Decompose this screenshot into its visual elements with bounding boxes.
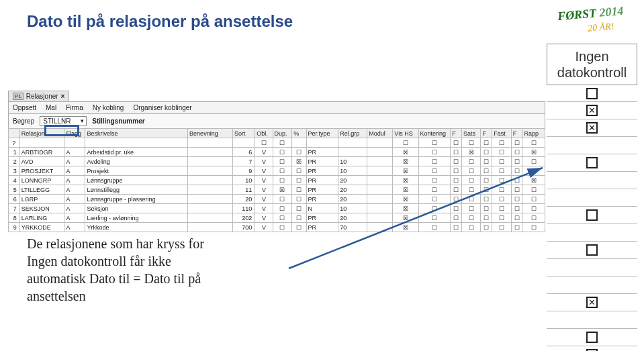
filter-cell[interactable] <box>64 138 85 148</box>
column-header[interactable]: Rapp <box>522 129 545 138</box>
table-row[interactable]: 6LGRPALønnsgruppe - plassering20V☐☐PR20☒… <box>9 195 545 204</box>
cell-kont: ☐ <box>418 176 451 185</box>
column-header[interactable]: Kontering <box>418 129 451 138</box>
table-row[interactable]: 4LONNGRPALønnsgruppe10V☐☐PR20☒☐☐☐☐☐☐☒ <box>9 176 545 185</box>
filter-cell[interactable] <box>19 138 64 148</box>
filter-cell[interactable] <box>338 138 367 148</box>
right-row <box>547 329 637 346</box>
column-header[interactable]: F <box>481 129 492 138</box>
filter-cell[interactable] <box>85 138 188 148</box>
filter-cell[interactable]: ☐ <box>522 138 545 148</box>
table-row[interactable]: 1ARBTIDGRAArbeidstid pr. uke6V☐☐PR☒☐☐☒☐☐… <box>9 148 545 157</box>
cell-obl: V <box>255 176 273 185</box>
filter-cell[interactable]: ☐ <box>255 138 273 148</box>
column-header[interactable]: Dup. <box>273 129 292 138</box>
cell-rel: PROSJEKT <box>19 166 64 176</box>
filter-cell[interactable]: ? <box>9 138 20 148</box>
toolbar-item[interactable]: Ny kobling <box>93 104 124 111</box>
cell-n: 9 <box>9 223 20 232</box>
begrep-dropdown[interactable]: STILLNR <box>40 116 87 126</box>
filter-cell[interactable] <box>188 138 233 148</box>
column-header[interactable]: Flagg <box>64 129 85 138</box>
cell-f1: ☐ <box>451 223 462 232</box>
tab-close-icon[interactable]: × <box>61 93 65 100</box>
cell-f2: ☐ <box>481 157 492 166</box>
table-row[interactable]: 3PROSJEKTAProsjekt9V☐☐PR10☒☐☐☐☐☐☐☐ <box>9 166 545 176</box>
table-row[interactable]: 5LTILLEGGALønnstillegg11V☒☐PR20☒☐☐☐☐☐☐☐ <box>9 185 545 195</box>
cell-obl: V <box>255 166 273 176</box>
table-row[interactable]: 2AVDAAvdeling7V☐☒PR10☒☐☐☐☐☐☐☐ <box>9 157 545 166</box>
filter-cell[interactable]: ☐ <box>451 138 462 148</box>
cell-rel: ARBTIDGR <box>19 148 64 157</box>
filter-cell[interactable]: ☐ <box>481 138 492 148</box>
column-header[interactable]: Benevning <box>188 129 233 138</box>
column-header[interactable] <box>9 129 20 138</box>
filter-cell[interactable]: ☐ <box>273 138 292 148</box>
cell-vis: ☒ <box>393 185 418 195</box>
toolbar: OppsettMalFirmaNy koblingOrganiser kobli… <box>8 101 545 114</box>
right-row <box>547 346 637 351</box>
filter-cell[interactable]: ☐ <box>511 138 522 148</box>
cell-rel: LONNGRP <box>19 176 64 185</box>
cell-sats: ☐ <box>461 157 481 166</box>
cell-rapp: ☐ <box>522 195 545 204</box>
column-header[interactable]: Vis HS <box>393 129 418 138</box>
app-tab[interactable]: P1 Relasjoner × <box>8 91 69 101</box>
column-header[interactable]: Sats <box>461 129 481 138</box>
column-header[interactable]: Fast <box>492 129 512 138</box>
toolbar-item[interactable]: Oppsett <box>13 104 36 111</box>
toolbar-item[interactable]: Organiser koblinger <box>133 104 191 111</box>
column-header[interactable]: Relasjon <box>19 129 64 138</box>
cell-vis: ☒ <box>393 213 418 223</box>
filter-cell[interactable] <box>367 138 393 148</box>
table-row[interactable]: 7SEKSJONASeksjon110V☐☐N10☒☐☐☐☐☐☐☐ <box>9 204 545 213</box>
column-header[interactable]: Rel.grp <box>338 129 367 138</box>
toolbar-item[interactable]: Firma <box>66 104 83 111</box>
column-header[interactable]: Modul <box>367 129 393 138</box>
cell-dup: ☐ <box>273 148 292 157</box>
column-header[interactable]: Sort <box>232 129 255 138</box>
cell-f3: ☐ <box>511 213 522 223</box>
cell-besk: Prosjekt <box>85 166 188 176</box>
cell-sats: ☐ <box>461 185 481 195</box>
begrep-label: Begrep <box>13 117 34 125</box>
filter-cell[interactable] <box>306 138 338 148</box>
cell-dup: ☐ <box>273 204 292 213</box>
cell-mod <box>367 185 393 195</box>
cell-f1: ☐ <box>451 148 462 157</box>
filter-cell[interactable]: ☐ <box>418 138 451 148</box>
cell-f1: ☐ <box>451 185 462 195</box>
cell-f1: ☐ <box>451 213 462 223</box>
cell-f2: ☐ <box>481 213 492 223</box>
right-row <box>547 224 637 242</box>
cell-kont: ☐ <box>418 195 451 204</box>
column-header[interactable]: % <box>292 129 306 138</box>
toolbar-item[interactable]: Mal <box>46 104 56 111</box>
checkbox-icon <box>586 297 598 308</box>
filter-cell[interactable]: ☐ <box>461 138 481 148</box>
table-row[interactable]: 8LARLINGALærling - avlønning202V☐☐PR20☒☐… <box>9 213 545 223</box>
filter-cell[interactable]: ☐ <box>492 138 512 148</box>
right-row <box>547 277 637 294</box>
filter-cell[interactable] <box>292 138 306 148</box>
filter-cell[interactable]: ☐ <box>393 138 418 148</box>
cell-n: 2 <box>9 157 20 166</box>
cell-f2: ☐ <box>481 223 492 232</box>
table-row[interactable]: 9YRKKODEAYrkkode700V☐☐PR70☒☐☐☐☐☐☐☐ <box>9 223 545 232</box>
cell-besk: Lønnsgruppe - plassering <box>85 195 188 204</box>
cell-ben <box>188 176 233 185</box>
column-header[interactable]: F <box>451 129 462 138</box>
cell-f3: ☐ <box>511 176 522 185</box>
cell-rapp: ☐ <box>522 157 545 166</box>
cell-f1: ☐ <box>451 195 462 204</box>
cell-grp <box>338 148 367 157</box>
right-row <box>547 85 637 102</box>
annotation-note: De relasjonene som har kryss for Ingen d… <box>27 235 289 305</box>
checkbox-icon <box>586 332 598 343</box>
column-header[interactable]: Per.type <box>306 129 338 138</box>
column-header[interactable]: Obl. <box>255 129 273 138</box>
column-header[interactable]: Beskrivelse <box>85 129 188 138</box>
filter-cell[interactable] <box>232 138 255 148</box>
column-header[interactable]: F <box>511 129 522 138</box>
checkbox-icon <box>586 157 598 168</box>
